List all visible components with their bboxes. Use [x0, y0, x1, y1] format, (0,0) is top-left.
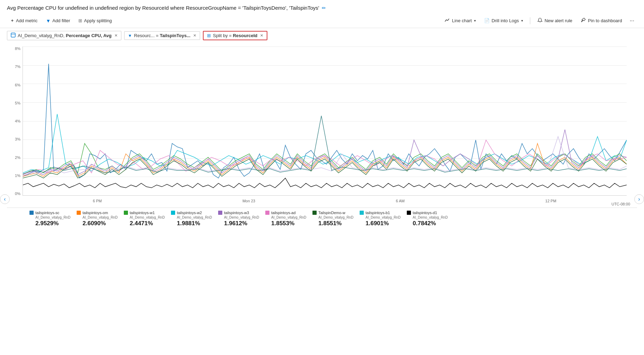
y-axis: 8% 7% 6% 5% 4% 3% 2% 1% 0%: [7, 47, 23, 196]
svg-rect-1: [11, 33, 15, 37]
alert-icon: [537, 17, 543, 24]
y-label-0: 0%: [15, 192, 20, 196]
chart-area: 8% 7% 6% 5% 4% 3% 2% 1% 0%: [7, 47, 637, 206]
filter-bar: AI_Demo_vitalyg_RnD, Percentage CPU, Avg…: [0, 28, 644, 43]
legend-name: tailspintoys-d1: [407, 211, 448, 215]
legend-name: tailspintoys-om: [77, 211, 118, 215]
new-alert-button[interactable]: New alert rule: [534, 16, 576, 26]
legend-sub: AI_Demo_vitalyg_RnD: [29, 215, 71, 219]
legend-sub: AI_Demo_vitalyg_RnD: [171, 215, 213, 219]
legend-value: 1.6901%: [360, 220, 401, 227]
toolbar: ✦ Add metric ▼ Add filter ⊞ Apply splitt…: [0, 14, 644, 28]
y-label-4: 4%: [15, 119, 20, 123]
split-tag-text: Split by = ResourceId: [213, 33, 257, 38]
legend-color-swatch: [265, 211, 269, 215]
y-label-2: 2%: [15, 155, 20, 160]
legend-name: tailspintoys-w3: [218, 211, 260, 215]
legend-item: tailspintoys-w2 AI_Demo_vitalyg_RnD 1.98…: [171, 211, 213, 227]
legend-name: tailspintoys-w1: [124, 211, 165, 215]
split-tag[interactable]: ⊞ Split by = ResourceId ✕: [203, 31, 267, 40]
metric-filter-tag[interactable]: AI_Demo_vitalyg_RnD, Percentage CPU, Avg…: [7, 31, 121, 40]
legend-item: tailspintoys-b1 AI_Demo_vitalyg_RnD 1.69…: [360, 211, 401, 227]
chart-svg: [23, 47, 627, 195]
legend-name: tailspintoys-ad: [265, 211, 307, 215]
filter-tag-icon: ▼: [128, 33, 132, 38]
legend-item: tailspintoys-d1 AI_Demo_vitalyg_RnD 0.78…: [407, 211, 448, 227]
legend-name: TailspinDemo-w: [312, 211, 354, 215]
legend-color-swatch: [312, 211, 317, 215]
toolbar-left: ✦ Add metric ▼ Add filter ⊞ Apply splitt…: [7, 16, 440, 25]
legend-sub: AI_Demo_vitalyg_RnD: [77, 215, 118, 219]
edit-title-icon[interactable]: ✏: [322, 5, 326, 11]
drill-logs-icon: 📄: [484, 18, 490, 23]
legend-sub: AI_Demo_vitalyg_RnD: [312, 215, 354, 219]
x-axis: 6 PM Mon 23 6 AM 12 PM: [23, 196, 627, 206]
chart-legend: tailspintoys-sc AI_Demo_vitalyg_RnD 2.95…: [7, 208, 637, 230]
legend-sub: AI_Demo_vitalyg_RnD: [124, 215, 165, 219]
legend-color-swatch: [171, 211, 175, 215]
chart-inner: [23, 47, 627, 196]
legend-sub: AI_Demo_vitalyg_RnD: [360, 215, 401, 219]
resource-filter-close[interactable]: ✕: [193, 33, 196, 38]
title-bar: Avg Percentage CPU for undefined in unde…: [0, 0, 644, 14]
legend-color-swatch: [77, 211, 81, 215]
legend-value: 2.9529%: [29, 220, 71, 227]
metric-tag-icon: [11, 33, 16, 39]
line-chart-icon: [445, 17, 450, 24]
legend-sub: AI_Demo_vitalyg_RnD: [218, 215, 260, 219]
y-label-7: 7%: [15, 65, 20, 69]
page-title: Avg Percentage CPU for undefined in unde…: [7, 5, 319, 11]
y-label-6: 6%: [15, 83, 20, 87]
x-label-6pm: 6 PM: [93, 199, 102, 203]
legend-value: 1.9612%: [218, 220, 260, 227]
legend-color-swatch: [29, 211, 34, 215]
y-label-8: 8%: [15, 47, 20, 51]
utc-label: UTC-08:00: [611, 202, 630, 206]
chart-nav-left[interactable]: ‹: [0, 194, 10, 204]
legend-value: 0.7842%: [407, 220, 448, 227]
legend-item: tailspintoys-sc AI_Demo_vitalyg_RnD 2.95…: [29, 211, 71, 227]
pin-icon: [581, 17, 586, 24]
add-metric-button[interactable]: ✦ Add metric: [7, 16, 41, 25]
legend-value: 1.9881%: [171, 220, 213, 227]
toolbar-right: Line chart 📄 Drill into Logs New alert r…: [441, 16, 637, 26]
legend-sub: AI_Demo_vitalyg_RnD: [407, 215, 448, 219]
split-filter-close[interactable]: ✕: [260, 33, 263, 38]
x-label-12pm: 12 PM: [545, 199, 556, 203]
line-chart-button[interactable]: Line chart: [441, 16, 479, 26]
legend-name: tailspintoys-b1: [360, 211, 401, 215]
y-label-5: 5%: [15, 101, 20, 105]
legend-color-swatch: [360, 211, 364, 215]
y-label-3: 3%: [15, 137, 20, 141]
chart-container: ‹ › 8% 7% 6% 5% 4% 3% 2% 1% 0%: [0, 43, 644, 355]
apply-splitting-icon: ⊞: [78, 18, 82, 23]
legend-sub: AI_Demo_vitalyg_RnD: [265, 215, 307, 219]
legend-name: tailspintoys-w2: [171, 211, 213, 215]
legend-item: tailspintoys-w3 AI_Demo_vitalyg_RnD 1.96…: [218, 211, 260, 227]
legend-name: tailspintoys-sc: [29, 211, 71, 215]
legend-color-swatch: [124, 211, 128, 215]
add-filter-button[interactable]: ▼ Add filter: [42, 16, 74, 25]
toolbar-sep-1: [530, 17, 530, 24]
drill-logs-button[interactable]: 📄 Drill into Logs: [481, 16, 526, 25]
pin-dashboard-button[interactable]: Pin to dashboard: [577, 16, 625, 26]
apply-splitting-button[interactable]: ⊞ Apply splitting: [75, 16, 115, 25]
legend-value: 1.8553%: [265, 220, 307, 227]
legend-item: tailspintoys-ad AI_Demo_vitalyg_RnD 1.85…: [265, 211, 307, 227]
legend-color-swatch: [407, 211, 411, 215]
add-metric-icon: ✦: [10, 18, 14, 23]
metric-tag-text: AI_Demo_vitalyg_RnD, Percentage CPU, Avg: [18, 33, 112, 38]
chart-nav-right[interactable]: ›: [634, 194, 644, 204]
legend-item: tailspintoys-om AI_Demo_vitalyg_RnD 2.60…: [77, 211, 118, 227]
legend-item: TailspinDemo-w AI_Demo_vitalyg_RnD 1.855…: [312, 211, 354, 227]
legend-value: 1.8551%: [312, 220, 354, 227]
add-filter-icon: ▼: [46, 18, 51, 24]
legend-item: tailspintoys-w1 AI_Demo_vitalyg_RnD 2.44…: [124, 211, 165, 227]
resource-tag-text: Resourc... = TailspinToys...: [134, 33, 190, 38]
metric-filter-close[interactable]: ✕: [114, 33, 118, 38]
legend-value: 2.4471%: [124, 220, 165, 227]
x-label-mon23: Mon 23: [242, 199, 255, 203]
resource-filter-tag[interactable]: ▼ Resourc... = TailspinToys... ✕: [124, 31, 200, 40]
x-label-6am: 6 AM: [396, 199, 405, 203]
more-options-button[interactable]: ···: [627, 16, 637, 26]
